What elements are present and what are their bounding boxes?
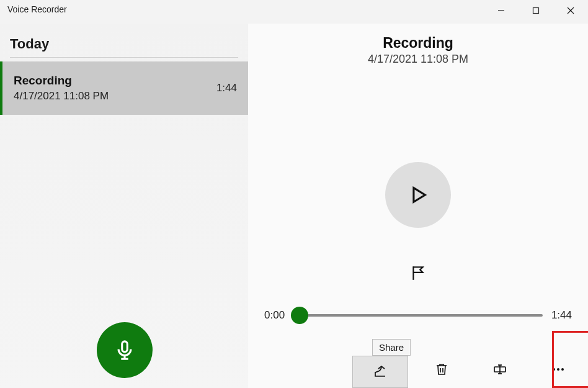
recording-list-item[interactable]: Recording 4/17/2021 11:08 PM 1:44 [0,61,248,115]
section-header: Today [0,24,248,57]
playback-slider-knob[interactable] [291,307,308,324]
playback-slider[interactable] [293,314,543,317]
add-marker-button[interactable] [410,265,426,284]
play-icon [408,184,429,205]
playback-current-time: 0:00 [264,309,285,322]
ellipsis-icon [553,368,564,371]
recording-item-date: 4/17/2021 11:08 PM [14,90,216,102]
share-button-container: Share [352,356,408,388]
recording-title: Recording [383,35,453,52]
rename-icon [492,362,507,377]
window-controls [484,0,588,21]
close-button[interactable] [553,0,588,21]
maximize-button[interactable] [519,0,553,21]
svg-rect-1 [533,8,539,14]
share-button[interactable] [352,356,408,388]
voice-recorder-window: Voice Recorder Today Recording 4/17/2021… [0,0,588,388]
titlebar: Voice Recorder [0,0,588,24]
playback-timeline: 0:00 1:44 [248,309,588,322]
recording-item-title: Recording [14,74,216,88]
content-area: Today Recording 4/17/2021 11:08 PM 1:44 [0,24,588,388]
delete-button[interactable] [424,354,459,384]
section-divider [10,57,238,58]
share-icon [373,364,388,379]
maximize-icon [532,7,540,14]
flag-icon [410,265,426,281]
recording-detail-pane: Recording 4/17/2021 11:08 PM 0:00 1:44 [248,24,588,388]
microphone-icon [114,340,135,361]
app-title: Voice Recorder [7,0,67,14]
trash-icon [434,362,449,377]
minimize-icon [497,7,505,14]
record-button[interactable] [97,322,153,378]
recording-list-sidebar: Today Recording 4/17/2021 11:08 PM 1:44 [0,24,248,388]
rename-button[interactable] [483,354,517,384]
play-button[interactable] [385,162,451,228]
bottom-toolbar [248,351,588,388]
minimize-button[interactable] [484,0,519,21]
more-button[interactable] [541,354,576,384]
recording-subtitle: 4/17/2021 11:08 PM [368,53,468,66]
recording-item-body: Recording 4/17/2021 11:08 PM [14,74,216,102]
svg-rect-4 [122,341,128,352]
recording-item-duration: 1:44 [216,82,237,94]
playback-total-time: 1:44 [551,309,572,322]
close-icon [567,7,574,14]
svg-marker-7 [414,188,425,202]
share-tooltip: Share [372,339,411,356]
